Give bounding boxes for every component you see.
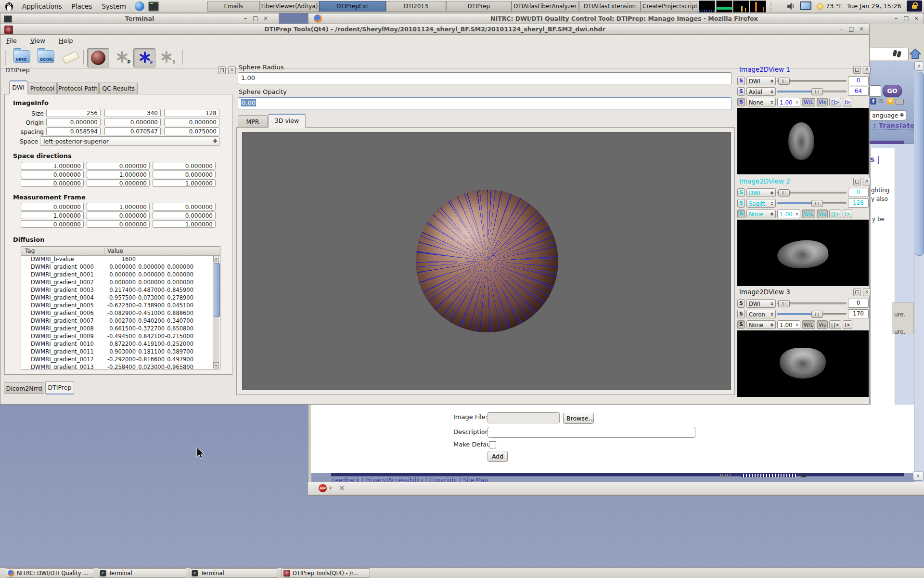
add-button[interactable]: Add (488, 451, 508, 462)
webpage-search-field[interactable] (870, 85, 881, 97)
slice-slider[interactable] (777, 87, 847, 95)
scroll-up-icon[interactable]: ∧ (213, 256, 219, 262)
size-y-field[interactable]: 340 (104, 109, 161, 117)
matrix-cell[interactable]: 0.000000 (21, 203, 84, 210)
window-list-button[interactable]: DTIAtlasExtension (579, 1, 641, 12)
close-icon[interactable]: × (913, 15, 920, 22)
sync-button[interactable]: S (737, 188, 745, 197)
volume-icon[interactable] (786, 2, 796, 11)
table-row[interactable]: DWMRI_gradient_0012 -0.292000 -0.816600 … (21, 356, 220, 364)
column-tag[interactable]: Tag (25, 248, 35, 254)
table-row[interactable]: DWMRI_gradient_0007 -0.002700 -0.940200 … (21, 317, 220, 325)
protocol-asterisk-button[interactable]: P (111, 48, 132, 66)
step-button[interactable]: I> (843, 98, 852, 106)
table-row[interactable]: DWMRI_gradient_0006 -0.082900 -0.451000 … (21, 310, 220, 317)
lock-screen-icon[interactable] (907, 0, 922, 12)
visibility-button[interactable]: Vis (817, 210, 828, 218)
adblock-icon[interactable]: ABP (319, 484, 327, 492)
dock-close-button[interactable]: × (863, 178, 871, 185)
matrix-cell[interactable]: 0.000000 (87, 220, 150, 228)
dtiprep-titlebar[interactable]: DTIPrep Tools(Qt4) - /rodent/SherylMoy/2… (0, 24, 870, 35)
table-row[interactable]: DWMRI_gradient_0010 0.872200 -0.419100 -… (21, 341, 220, 348)
window-level-button[interactable]: W/L (802, 210, 815, 218)
terminal-titlebar[interactable]: Terminal – □ × (0, 13, 279, 24)
table-row[interactable]: DWMRI_gradient_0003 0.217400 -0.487000 -… (21, 287, 220, 294)
sphere-radius-input[interactable]: 1.00 (238, 72, 732, 84)
facebook-icon[interactable]: f (870, 98, 876, 105)
page-scrollbar[interactable]: ∧ (914, 61, 924, 482)
sphere-opacity-input[interactable]: 0.00 (238, 97, 732, 109)
index-slider[interactable] (777, 188, 847, 197)
minimize-icon[interactable]: – (242, 15, 249, 22)
brain-view-button[interactable] (87, 48, 109, 67)
orientation-combo[interactable]: Coron (746, 310, 776, 318)
addonbar-close-icon[interactable]: × (339, 484, 345, 492)
matrix-cell[interactable]: 0.000000 (87, 162, 150, 170)
open-qcxml-button[interactable]: QCXML (35, 48, 56, 66)
slice-slider[interactable] (777, 199, 847, 207)
matrix-cell[interactable]: 0.000000 (21, 179, 84, 187)
open-nrrd-button[interactable]: NRRD (11, 48, 32, 66)
interval-button[interactable]: []> (829, 98, 841, 106)
opacity-spinbox[interactable]: 1.00 (777, 210, 800, 218)
sync-button[interactable]: S (737, 77, 745, 85)
slice-value-field[interactable]: 128 (848, 198, 869, 208)
sync-button[interactable]: S (737, 320, 745, 329)
matrix-cell[interactable]: 1.000000 (21, 162, 84, 170)
terminal-launcher-icon[interactable] (148, 1, 159, 12)
matrix-cell[interactable]: 0.000000 (153, 171, 216, 178)
window-list-button[interactable]: DTIPrepExt (319, 1, 386, 12)
modality-combo[interactable]: DWI (746, 299, 776, 308)
sync-button[interactable]: S (737, 87, 745, 96)
browse-button[interactable]: Browse... (563, 413, 594, 424)
taskbar-button[interactable]: Terminal (190, 568, 278, 578)
system-monitor-net[interactable] (733, 0, 749, 13)
matrix-cell[interactable]: 0.000000 (87, 211, 150, 219)
window-list-button[interactable]: FiberViewer(Aditya) (260, 1, 319, 12)
menu-file[interactable]: File (0, 35, 23, 44)
bookmark-star-icon[interactable]: ★ (887, 98, 894, 105)
system-monitor-cpu[interactable] (699, 0, 715, 13)
table-row[interactable]: DWMRI_gradient_0009 -0.494500 0.842100 -… (21, 333, 220, 341)
scroll-down-icon[interactable]: ∨ (213, 362, 219, 368)
scroll-down-icon[interactable]: ∨ (913, 471, 924, 481)
origin-z-field[interactable]: 0.000000 (164, 118, 219, 126)
go-button[interactable]: GO (883, 85, 902, 97)
display-settings-icon[interactable] (800, 1, 811, 10)
table-row[interactable]: DWMRI_gradient_0004 -0.957500 -0.073000 … (21, 294, 220, 302)
table-row[interactable]: DWMRI_gradient_0011 0.903000 0.181100 0.… (21, 348, 220, 356)
table-row[interactable]: DWMRI_gradient_0001 0.000000 0.000000 0.… (21, 271, 220, 279)
overlay-combo[interactable]: None (746, 210, 776, 218)
modality-combo[interactable]: DWI (746, 77, 776, 85)
matrix-cell[interactable]: 0.000000 (87, 179, 150, 187)
minimize-icon[interactable]: – (893, 15, 899, 22)
menu-applications[interactable]: Applications (17, 1, 66, 12)
tab-protocol[interactable]: Protocol (28, 82, 57, 94)
index-slider[interactable] (777, 299, 847, 307)
tab-mpr[interactable]: MPR (238, 115, 268, 128)
scroll-up-icon[interactable]: ∧ (914, 61, 924, 71)
weather-temp[interactable]: 73 °F (826, 2, 843, 10)
render-viewport[interactable] (242, 132, 731, 390)
clock[interactable]: Tue Jan 29, 15:26 (847, 2, 901, 10)
slice-image[interactable] (737, 108, 869, 174)
opacity-spinbox[interactable]: 1.00 (777, 320, 800, 329)
table-row[interactable]: DWMRI_gradient_0000 0.000000 0.000000 0.… (21, 263, 220, 271)
dock-float-button[interactable] (853, 178, 861, 185)
maximize-icon[interactable]: □ (252, 15, 259, 22)
close-icon[interactable]: × (262, 15, 269, 22)
envelope-icon[interactable]: ✉ (878, 97, 886, 105)
table-header[interactable]: Tag Value (21, 247, 220, 256)
maximize-icon[interactable]: □ (848, 26, 855, 33)
image-file-input[interactable] (488, 412, 560, 423)
clear-button[interactable] (59, 48, 80, 66)
matrix-cell[interactable]: 0.000000 (21, 171, 84, 178)
index-value-field[interactable]: 0 (848, 188, 869, 197)
dock-float-button[interactable] (853, 289, 861, 296)
dock-float-button[interactable] (853, 66, 861, 74)
taskbar-button[interactable]: DTIPrep Tools(Qt4) - /r... (282, 568, 370, 578)
tab-3d-view[interactable]: 3D view (268, 114, 306, 128)
origin-y-field[interactable]: 0.000000 (104, 118, 161, 126)
taskbar-button[interactable]: NITRC: DWI/DTI Quality ... (6, 568, 94, 578)
slice-value-field[interactable]: 170 (848, 309, 869, 318)
